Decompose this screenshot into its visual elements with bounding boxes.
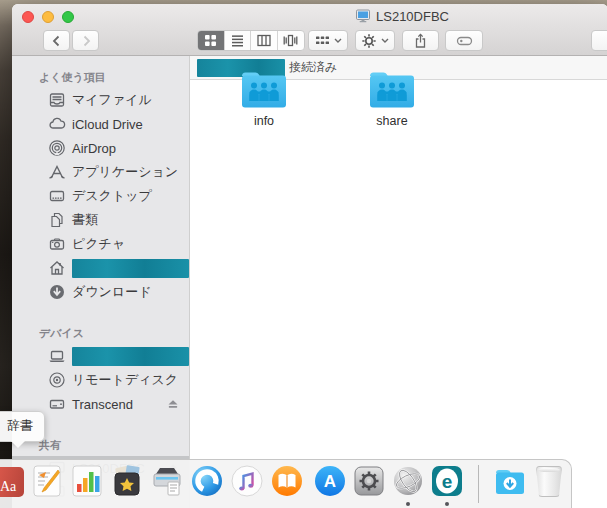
external-drive-icon xyxy=(48,395,66,413)
trash-dock-icon[interactable] xyxy=(532,464,566,498)
app-store-dock-icon[interactable]: A xyxy=(313,464,347,498)
sidebar-item-label: 書類 xyxy=(72,211,98,229)
close-button[interactable] xyxy=(22,11,34,23)
remote-disc-icon xyxy=(48,371,66,389)
folder-share[interactable]: share xyxy=(358,69,426,128)
sidebar-item-downloads[interactable]: ダウンロード xyxy=(12,280,189,304)
proxy-display-icon xyxy=(355,8,371,24)
shared-folder-icon xyxy=(367,69,417,111)
dock-divider xyxy=(478,465,479,503)
airdrop-icon xyxy=(48,139,66,157)
running-indicator xyxy=(406,502,410,506)
sidebar-item-label: AirDrop xyxy=(72,141,116,156)
window-body: よく使う項目 マイファイル iCloud Drive AirDrop アプリケー… xyxy=(12,56,607,508)
icon-view-button[interactable] xyxy=(198,31,225,50)
home-icon xyxy=(48,259,66,277)
list-view-button[interactable] xyxy=(225,31,252,50)
sidebar-item-my-files[interactable]: マイファイル xyxy=(12,88,189,112)
window-title-text: LS210DFBC xyxy=(376,9,449,24)
sidebar-item-label: アプリケーション xyxy=(72,163,178,181)
my-files-icon xyxy=(48,91,66,109)
sidebar-item-label: Transcend xyxy=(72,397,133,412)
redacted-label-bar xyxy=(72,259,189,278)
shared-folder-icon xyxy=(239,69,289,111)
photo-case-app-dock-icon[interactable] xyxy=(110,464,144,498)
zoom-button[interactable] xyxy=(62,11,74,23)
minimize-button[interactable] xyxy=(42,11,54,23)
column-view-button[interactable] xyxy=(251,31,278,50)
chevron-down-icon xyxy=(334,38,342,43)
sidebar-item-icloud-drive[interactable]: iCloud Drive xyxy=(12,112,189,136)
pictures-icon xyxy=(48,235,66,253)
chevron-down-icon xyxy=(381,38,389,43)
svg-text:e: e xyxy=(442,471,453,492)
traffic-lights xyxy=(22,11,74,23)
system-preferences-dock-icon[interactable] xyxy=(352,464,386,498)
svg-text:A: A xyxy=(324,472,336,491)
sidebar-item-label: ピクチャ xyxy=(72,235,125,253)
sidebar-item-airdrop[interactable]: AirDrop xyxy=(12,136,189,160)
icloud-icon xyxy=(48,115,66,133)
pages-dock-icon[interactable] xyxy=(30,464,64,498)
dock: Aa A e xyxy=(0,459,572,508)
laptop-icon xyxy=(48,347,66,365)
downloads-folder-dock-icon[interactable] xyxy=(493,464,527,498)
gear-icon xyxy=(361,33,377,49)
blue-c-app-dock-icon[interactable] xyxy=(190,464,224,498)
sidebar-item-label: ダウンロード xyxy=(72,283,152,301)
image-capture-dock-icon[interactable] xyxy=(150,464,184,498)
eset-dock-icon[interactable]: e xyxy=(430,464,464,498)
desktop: LS210DFBC xyxy=(0,0,607,508)
folder-name: info xyxy=(230,114,298,128)
search-input[interactable] xyxy=(591,30,607,51)
dictionary-dock-icon[interactable]: Aa xyxy=(0,464,28,498)
sidebar-item-remote-disc[interactable]: リモートディスク xyxy=(12,368,189,392)
arrange-button[interactable] xyxy=(308,30,348,51)
sidebar-item-pictures[interactable]: ピクチャ xyxy=(12,232,189,256)
wireframe-sphere-app-dock-icon[interactable] xyxy=(391,464,425,498)
eject-icon[interactable] xyxy=(167,398,179,410)
documents-icon xyxy=(48,211,66,229)
window-header: LS210DFBC xyxy=(12,4,607,56)
sidebar-item-home-redacted[interactable] xyxy=(12,256,189,280)
window-title: LS210DFBC xyxy=(355,8,449,24)
finder-window: LS210DFBC xyxy=(12,4,607,508)
view-switcher xyxy=(197,30,305,51)
numbers-dock-icon[interactable] xyxy=(70,464,104,498)
back-button[interactable] xyxy=(43,30,70,51)
ibooks-dock-icon[interactable] xyxy=(270,464,304,498)
desktop-icon xyxy=(48,187,66,205)
sidebar-item-label: iCloud Drive xyxy=(72,117,143,132)
download-circle-icon xyxy=(48,283,66,301)
dock-tooltip: 辞書 xyxy=(0,411,45,442)
sidebar-section-devices: デバイス xyxy=(12,318,189,344)
sidebar-item-device-redacted[interactable] xyxy=(12,344,189,368)
itunes-dock-icon[interactable] xyxy=(230,464,264,498)
share-button[interactable] xyxy=(402,30,439,51)
running-indicator xyxy=(445,502,449,506)
redacted-label-bar xyxy=(72,347,189,366)
sidebar-item-documents[interactable]: 書類 xyxy=(12,208,189,232)
sidebar-item-label: マイファイル xyxy=(72,91,152,109)
applications-icon xyxy=(48,163,66,181)
coverflow-view-button[interactable] xyxy=(278,31,304,50)
sidebar-item-label: リモートディスク xyxy=(72,371,178,389)
folder-name: share xyxy=(358,114,426,128)
tag-button[interactable] xyxy=(445,30,483,51)
folder-info[interactable]: info xyxy=(230,69,298,128)
main-content: 接続済み info xyxy=(190,56,607,508)
sidebar-item-applications[interactable]: アプリケーション xyxy=(12,160,189,184)
forward-button[interactable] xyxy=(72,30,99,51)
sidebar-section-favorites: よく使う項目 xyxy=(12,62,189,88)
action-button[interactable] xyxy=(355,30,395,51)
sidebar-item-desktop[interactable]: デスクトップ xyxy=(12,184,189,208)
sidebar-item-label: デスクトップ xyxy=(72,187,152,205)
